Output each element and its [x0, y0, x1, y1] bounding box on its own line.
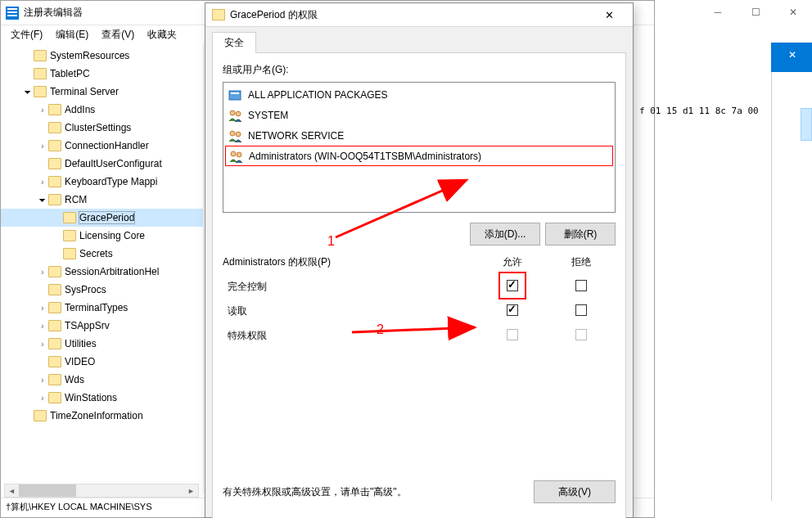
tree-item-label: Utilities [65, 338, 97, 349]
tree-item-label: TabletPC [50, 68, 90, 79]
chevron-icon[interactable]: › [37, 178, 48, 187]
annotation-number-1: 1 [327, 234, 335, 249]
tree-item-secrets[interactable]: Secrets [1, 245, 203, 263]
allow-checkbox[interactable] [507, 304, 518, 316]
add-button[interactable]: 添加(D)... [470, 223, 540, 245]
menu-favorites[interactable]: 收藏夹 [141, 26, 183, 43]
tree-item-terminaltypes[interactable]: ›TerminalTypes [1, 299, 203, 317]
deny-checkbox[interactable] [575, 304, 587, 316]
tree-item-label: SystemResources [50, 50, 129, 61]
chevron-icon[interactable]: › [37, 394, 48, 403]
tree-item-wds[interactable]: ›Wds [1, 371, 203, 389]
chevron-icon[interactable]: › [37, 142, 48, 151]
allow-checkbox [507, 329, 518, 340]
tree-horizontal-scrollbar[interactable]: ◄ ► [4, 484, 199, 498]
scroll-left-icon[interactable]: ◄ [5, 484, 19, 497]
svg-point-3 [236, 111, 241, 116]
groups-listbox[interactable]: ALL APPLICATION PACKAGESSYSTEMNETWORK SE… [223, 82, 616, 213]
users-icon [229, 150, 244, 163]
tree-item-licensing-core[interactable]: Licensing Core [1, 227, 203, 245]
svg-rect-0 [229, 91, 241, 100]
chevron-icon[interactable]: › [37, 106, 48, 115]
chevron-icon[interactable]: ⏷ [22, 88, 34, 97]
regedit-title: 注册表编辑器 [24, 6, 83, 20]
bg-close-button[interactable]: ✕ [774, 0, 812, 25]
bg-maximize-button[interactable]: ☐ [737, 0, 774, 25]
folder-icon [48, 302, 61, 313]
tree-item-connectionhandler[interactable]: ›ConnectionHandler [1, 137, 203, 155]
svg-point-5 [236, 132, 241, 137]
folder-icon [48, 320, 61, 331]
tree-item-video[interactable]: VIDEO [1, 353, 203, 371]
groups-label: 组或用户名(G): [223, 63, 616, 77]
tree-item-timezoneinformation[interactable]: TimeZoneInformation [1, 407, 203, 425]
permissions-titlebar[interactable]: GracePeriod 的权限 ✕ [205, 3, 633, 27]
tree-item-sessionarbitrationhel[interactable]: ›SessionArbitrationHel [1, 263, 203, 281]
tree-panel[interactable]: SystemResourcesTabletPC⏷Terminal Server›… [1, 43, 204, 494]
close-button[interactable]: ✕ [592, 9, 626, 21]
background-window-fragment: ─ ☐ ✕ ✕ [771, 43, 812, 501]
column-allow: 允许 [478, 255, 547, 269]
bg-ribbon: ✕ [771, 43, 812, 72]
group-row[interactable]: ALL APPLICATION PACKAGES [225, 84, 613, 105]
remove-button[interactable]: 删除(R) [545, 223, 616, 245]
tree-item-tsappsrv[interactable]: ›TSAppSrv [1, 317, 203, 335]
folder-icon [48, 374, 61, 385]
svg-point-7 [237, 152, 241, 157]
permissions-for-label: Administrators 的权限(P) [223, 255, 478, 269]
group-row[interactable]: SYSTEM [225, 105, 613, 125]
chevron-icon[interactable]: › [37, 268, 48, 277]
svg-point-4 [230, 131, 235, 136]
tree-item-addins[interactable]: ›AddIns [1, 101, 203, 119]
tree-item-defaultuserconfigurat[interactable]: DefaultUserConfigurat [1, 155, 203, 173]
menu-view[interactable]: 查看(V) [95, 26, 141, 43]
folder-icon [48, 284, 61, 295]
chevron-icon[interactable]: › [37, 322, 48, 331]
tree-item-keyboardtype-mappi[interactable]: ›KeyboardType Mappi [1, 173, 203, 191]
folder-icon [48, 266, 61, 277]
tree-item-rcm[interactable]: ⏷RCM [1, 191, 203, 209]
column-deny: 拒绝 [547, 255, 616, 269]
menu-file[interactable]: 文件(F) [4, 26, 49, 43]
tree-item-label: SessionArbitrationHel [65, 266, 159, 277]
users-icon [228, 109, 243, 122]
tree-item-label: Secrets [79, 248, 113, 259]
menu-edit[interactable]: 编辑(E) [49, 26, 95, 43]
group-label: NETWORK SERVICE [248, 130, 344, 142]
tree-item-winstations[interactable]: ›WinStations [1, 389, 203, 407]
group-row[interactable]: NETWORK SERVICE [225, 125, 613, 146]
tree-item-graceperiod[interactable]: GracePeriod [1, 209, 203, 227]
advanced-button[interactable]: 高级(V) [534, 480, 616, 503]
tree-item-label: TSAppSrv [65, 320, 110, 331]
tree-item-systemresources[interactable]: SystemResources [1, 47, 203, 65]
tree-item-label: DefaultUserConfigurat [65, 158, 162, 169]
chevron-icon[interactable]: › [37, 304, 48, 313]
tree-item-label: Licensing Core [79, 230, 145, 241]
chevron-icon[interactable]: ⏷ [37, 196, 48, 205]
bg-ribbon-close-icon[interactable]: ✕ [776, 49, 809, 61]
scroll-right-icon[interactable]: ► [184, 484, 198, 497]
tree-item-utilities[interactable]: ›Utilities [1, 335, 203, 353]
chevron-icon[interactable]: › [37, 376, 48, 385]
tab-security[interactable]: 安全 [212, 32, 256, 53]
regedit-icon [6, 7, 19, 20]
annotation-number-2: 2 [377, 322, 384, 337]
tree-item-tabletpc[interactable]: TabletPC [1, 65, 203, 83]
tree-item-label: Terminal Server [50, 86, 119, 97]
svg-point-2 [230, 110, 235, 115]
chevron-icon[interactable]: › [37, 340, 48, 349]
tree-item-terminal-server[interactable]: ⏷Terminal Server [1, 83, 203, 101]
folder-icon [34, 68, 47, 79]
permissions-dialog: GracePeriod 的权限 ✕ 安全 组或用户名(G): ALL APPLI… [205, 2, 634, 518]
folder-icon [48, 392, 61, 403]
permission-name: 特殊权限 [223, 329, 478, 343]
allow-checkbox[interactable] [507, 280, 518, 291]
scroll-thumb[interactable] [19, 484, 76, 497]
tree-item-sysprocs[interactable]: SysProcs [1, 281, 203, 299]
folder-icon [48, 338, 61, 349]
permission-row: 完全控制 [223, 274, 616, 299]
group-row[interactable]: Administrators (WIN-OOQ54T1TSBM\Administ… [225, 146, 613, 166]
bg-minimize-button[interactable]: ─ [699, 0, 737, 25]
tree-item-clustersettings[interactable]: ClusterSettings [1, 119, 203, 137]
deny-checkbox[interactable] [575, 280, 587, 291]
